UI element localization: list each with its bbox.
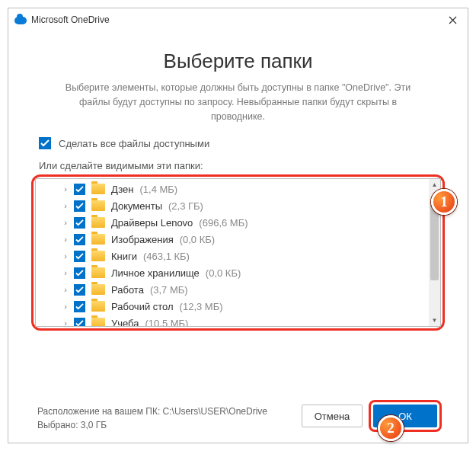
folder-size: (0,0 КБ) bbox=[206, 267, 241, 279]
folder-row[interactable]: ›Книги(463,1 КБ) bbox=[36, 248, 429, 264]
folder-name: Изображения bbox=[111, 234, 174, 245]
chevron-right-icon[interactable]: › bbox=[62, 251, 69, 261]
checkbox-checked-icon[interactable] bbox=[74, 318, 85, 327]
folder-size: (2,3 ГБ) bbox=[168, 200, 203, 212]
checkbox-checked-icon bbox=[39, 137, 51, 149]
folder-name: Работа bbox=[111, 284, 144, 296]
description-text: Выберите элементы, которые должны быть д… bbox=[52, 81, 425, 123]
folder-name: Учеба bbox=[111, 318, 139, 327]
close-button[interactable] bbox=[437, 8, 468, 31]
folder-icon bbox=[91, 200, 105, 211]
folder-icon bbox=[91, 184, 105, 194]
folder-icon bbox=[91, 267, 105, 278]
chevron-right-icon[interactable]: › bbox=[62, 285, 69, 294]
folder-size: (12,3 МБ) bbox=[180, 301, 223, 312]
footer-info: Расположение на вашем ПК: C:\Users\USER\… bbox=[37, 405, 267, 432]
scroll-thumb[interactable] bbox=[430, 204, 439, 280]
folder-tree: ›Дзен(1,4 МБ)›Документы(2,3 ГБ)›Драйверы… bbox=[36, 179, 429, 326]
chevron-right-icon[interactable]: › bbox=[62, 235, 69, 244]
folder-name: Личное хранилище bbox=[111, 267, 200, 279]
folder-list: ›Дзен(1,4 МБ)›Документы(2,3 ГБ)›Драйверы… bbox=[35, 178, 441, 327]
folder-icon bbox=[91, 284, 105, 295]
checkbox-checked-icon[interactable] bbox=[74, 267, 85, 279]
cancel-button[interactable]: Отмена bbox=[302, 405, 363, 427]
dialog-buttons: Отмена ОК bbox=[302, 400, 442, 432]
folder-size: (696,6 МБ) bbox=[199, 217, 248, 229]
folder-icon bbox=[91, 234, 105, 245]
folder-size: (1,4 МБ) bbox=[139, 184, 177, 195]
onedrive-dialog: Microsoft OneDrive Выберите папки Выбери… bbox=[8, 8, 468, 443]
checkbox-checked-icon[interactable] bbox=[74, 184, 85, 195]
dialog-content: Выберите папки Выберите элементы, которы… bbox=[8, 31, 468, 331]
annotation-badge-2: 2 bbox=[378, 415, 404, 441]
onedrive-icon bbox=[14, 15, 27, 24]
chevron-right-icon[interactable]: › bbox=[62, 201, 69, 210]
chevron-right-icon[interactable]: › bbox=[62, 268, 69, 277]
folder-icon bbox=[91, 217, 105, 228]
titlebar: Microsoft OneDrive bbox=[8, 8, 468, 31]
scroll-down-button[interactable]: ▼ bbox=[429, 315, 440, 326]
folder-row[interactable]: ›Дзен(1,4 МБ) bbox=[36, 181, 429, 197]
folder-size: (0,0 КБ) bbox=[180, 234, 215, 245]
folder-row[interactable]: ›Рабочий стол(12,3 МБ) bbox=[36, 298, 429, 315]
location-text: Расположение на вашем ПК: C:\Users\USER\… bbox=[37, 405, 267, 418]
folder-row[interactable]: ›Документы(2,3 ГБ) bbox=[36, 197, 429, 214]
folder-row[interactable]: ›Изображения(0,0 КБ) bbox=[36, 231, 429, 248]
make-all-label: Сделать все файлы доступными bbox=[59, 138, 209, 149]
folder-row[interactable]: ›Учеба(10,5 МБ) bbox=[36, 315, 429, 326]
annotation-badge-1: 1 bbox=[431, 189, 457, 215]
checkbox-checked-icon[interactable] bbox=[74, 234, 85, 245]
folder-size: (10,5 МБ) bbox=[145, 318, 189, 327]
checkbox-checked-icon[interactable] bbox=[74, 200, 85, 212]
folder-icon bbox=[91, 251, 105, 261]
chevron-right-icon[interactable]: › bbox=[62, 302, 69, 311]
checkbox-checked-icon[interactable] bbox=[74, 301, 85, 312]
folder-row[interactable]: ›Личное хранилище(0,0 КБ) bbox=[36, 264, 429, 281]
folder-name: Драйверы Lenovo bbox=[111, 217, 193, 229]
folder-size: (463,1 КБ) bbox=[143, 251, 190, 262]
folder-icon bbox=[91, 301, 105, 312]
checkbox-checked-icon[interactable] bbox=[74, 217, 85, 229]
chevron-right-icon[interactable]: › bbox=[62, 184, 69, 194]
folder-name: Рабочий стол bbox=[111, 301, 174, 312]
folder-name: Дзен bbox=[111, 184, 133, 195]
window-title: Microsoft OneDrive bbox=[31, 14, 110, 25]
folder-row[interactable]: ›Драйверы Lenovo(696,6 МБ) bbox=[36, 214, 429, 231]
checkbox-checked-icon[interactable] bbox=[74, 284, 85, 296]
folder-row[interactable]: ›Работа(3,7 МБ) bbox=[36, 281, 429, 298]
make-all-checkbox-row[interactable]: Сделать все файлы доступными bbox=[39, 137, 442, 149]
visible-folders-label: Или сделайте видимыми эти папки: bbox=[39, 160, 442, 171]
checkbox-checked-icon[interactable] bbox=[74, 251, 85, 262]
folder-name: Документы bbox=[111, 200, 162, 212]
selected-text: Выбрано: 3,0 ГБ bbox=[37, 418, 267, 432]
folder-list-highlight: ›Дзен(1,4 МБ)›Документы(2,3 ГБ)›Драйверы… bbox=[31, 174, 445, 331]
page-title: Выберите папки bbox=[34, 50, 442, 73]
folder-size: (3,7 МБ) bbox=[150, 284, 188, 296]
folder-name: Книги bbox=[111, 251, 137, 262]
chevron-right-icon[interactable]: › bbox=[62, 318, 69, 326]
chevron-right-icon[interactable]: › bbox=[62, 218, 69, 227]
folder-icon bbox=[91, 318, 105, 326]
scroll-up-button[interactable]: ▲ bbox=[429, 179, 440, 190]
